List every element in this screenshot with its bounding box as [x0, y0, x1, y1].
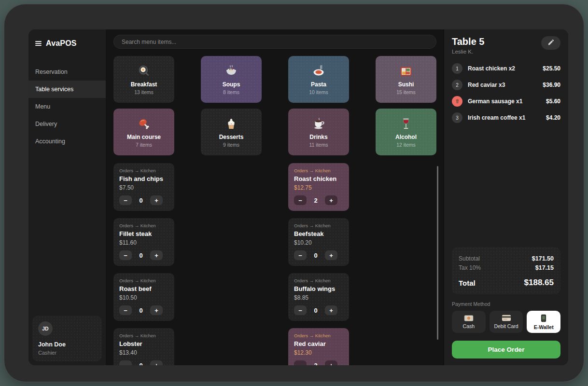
payment-methods: Cash Debit Card E-Wallet — [452, 311, 560, 333]
user-role: Cashier — [38, 350, 96, 356]
order-index-badge: 3 — [452, 112, 462, 123]
order-row: 1 Roast chicken x2 $25.50 — [452, 63, 560, 74]
category-name: Soups — [223, 81, 240, 88]
table-title: Table 5 — [452, 36, 484, 47]
order-index-badge: 1 — [452, 63, 462, 74]
item-name: Roast beef — [119, 285, 168, 292]
menu-item-lobster[interactable]: Orders → Kitchen Lobster $13.40 − 0 + — [113, 328, 174, 365]
subtotal-row: Subtotal $171.50 — [459, 255, 554, 262]
search-input[interactable] — [113, 35, 436, 49]
spaghetti-icon — [311, 64, 326, 79]
category-count: 13 items — [134, 89, 154, 95]
item-price: $10.50 — [119, 294, 168, 301]
tax-label: Tax 10% — [459, 264, 481, 271]
decrease-button[interactable]: − — [294, 305, 307, 315]
increase-button[interactable]: + — [150, 305, 163, 315]
increase-button[interactable]: + — [150, 250, 163, 260]
item-price: $10.20 — [294, 239, 343, 246]
wine-glass-icon — [399, 117, 413, 131]
avatar: JD — [38, 321, 53, 336]
total-label: Total — [459, 279, 476, 287]
decrease-button[interactable]: − — [294, 360, 307, 365]
item-price: $12.75 — [294, 184, 343, 191]
sidebar-item-menu[interactable]: Menu — [28, 98, 106, 115]
item-name: Red caviar — [294, 340, 343, 347]
order-item-price: $25.50 — [543, 65, 560, 72]
main-content: Breakfast 13 items Soups 8 items Pasta 1… — [106, 29, 443, 365]
sidebar-item-reservation[interactable]: Reservation — [28, 63, 106, 81]
item-name: Lobster — [119, 340, 168, 347]
quantity-value: 0 — [314, 307, 317, 314]
quantity-stepper: − 0 + — [119, 305, 163, 315]
item-price: $7.50 — [119, 184, 168, 191]
quantity-value: 0 — [139, 197, 142, 204]
e-wallet-icon — [541, 314, 546, 322]
item-name: Fish and chips — [119, 175, 168, 182]
order-panel: Table 5 Leslie K. 1 Roast chicken x2 $25… — [443, 29, 568, 365]
place-order-button[interactable]: Place Order — [452, 341, 560, 358]
decrease-button[interactable]: − — [119, 250, 132, 260]
category-card-drinks[interactable]: Drinks 11 items — [288, 109, 349, 155]
menu-item-roast-beef[interactable]: Orders → Kitchen Roast beef $10.50 − 0 + — [113, 273, 174, 321]
hamburger-menu-icon[interactable] — [35, 41, 42, 46]
category-card-desserts[interactable]: Desserts 9 items — [201, 109, 262, 155]
category-count: 8 items — [223, 89, 239, 95]
item-name: Beefsteak — [294, 230, 343, 237]
decrease-button[interactable]: − — [294, 250, 307, 260]
soup-bowl-icon — [224, 64, 238, 79]
category-card-sushi[interactable]: Sushi 15 items — [376, 56, 436, 103]
increase-button[interactable]: + — [325, 360, 337, 365]
pencil-icon — [547, 39, 555, 47]
category-count: 11 items — [309, 142, 328, 148]
menu-item-fillet-steak[interactable]: Orders → Kitchen Fillet steak $11.60 − 0… — [113, 218, 174, 266]
payment-e-wallet-button[interactable]: E-Wallet — [527, 311, 560, 333]
sidebar-item-accounting[interactable]: Accounting — [28, 133, 106, 150]
scrollbar[interactable] — [437, 166, 438, 340]
decrease-button[interactable]: − — [119, 305, 132, 315]
category-card-breakfast[interactable]: Breakfast 13 items — [113, 56, 174, 103]
delete-item-button[interactable] — [452, 96, 462, 107]
category-name: Pasta — [311, 81, 326, 88]
route-label: Orders → Kitchen — [294, 168, 343, 173]
quantity-stepper: − 0 + — [294, 305, 337, 315]
category-name: Alcohol — [395, 134, 417, 140]
category-card-pasta[interactable]: Pasta 10 items — [288, 56, 349, 103]
payment-debit-card-button[interactable]: Debit Card — [490, 311, 523, 333]
payment-cash-button[interactable]: Cash — [452, 311, 486, 333]
menu-item-red-caviar[interactable]: Orders → Kitchen Red caviar $12.30 − 3 + — [288, 328, 349, 365]
decrease-button[interactable]: − — [294, 195, 307, 205]
increase-button[interactable]: + — [325, 195, 337, 205]
category-count: 9 items — [223, 142, 239, 148]
menu-item-roast-chicken[interactable]: Orders → Kitchen Roast chicken $12.75 − … — [288, 163, 349, 211]
order-item-price: $4.20 — [546, 114, 560, 121]
increase-button[interactable]: + — [325, 250, 337, 260]
route-label: Orders → Kitchen — [119, 223, 168, 228]
category-count: 15 items — [396, 89, 416, 95]
fried-egg-pan-icon — [137, 64, 151, 79]
server-name: Leslie K. — [452, 49, 484, 55]
increase-button[interactable]: + — [150, 360, 163, 365]
item-price: $12.30 — [294, 349, 343, 356]
menu-item-fish-and-chips[interactable]: Orders → Kitchen Fish and chips $7.50 − … — [113, 163, 174, 211]
quantity-stepper: − 2 + — [294, 195, 337, 205]
quantity-stepper: − 0 + — [119, 195, 163, 205]
menu-item-buffalo-wings[interactable]: Orders → Kitchen Buffalo wings $8.85 − 0… — [288, 273, 349, 321]
decrease-button[interactable]: − — [119, 360, 132, 365]
edit-order-button[interactable] — [541, 36, 560, 50]
increase-button[interactable]: + — [325, 305, 337, 315]
item-price: $8.85 — [294, 294, 343, 301]
sidebar-item-table-services[interactable]: Table services — [28, 81, 106, 98]
order-item-label: Roast chicken x2 — [468, 65, 537, 72]
category-card-soups[interactable]: Soups 8 items — [201, 56, 262, 103]
quantity-stepper: − 3 + — [294, 360, 337, 365]
order-item-label: Irish cream coffee x1 — [468, 114, 541, 121]
increase-button[interactable]: + — [150, 195, 163, 205]
category-card-main-course[interactable]: Main course 7 items — [113, 109, 174, 155]
menu-item-beefsteak[interactable]: Orders → Kitchen Beefsteak $10.20 − 0 + — [288, 218, 349, 266]
user-card[interactable]: JD John Doe Cashier — [32, 316, 102, 361]
sidebar: AvaPOS Reservation Table services Menu D… — [28, 29, 106, 365]
item-price: $13.40 — [119, 349, 168, 356]
sidebar-item-delivery[interactable]: Delivery — [28, 115, 106, 133]
category-card-alcohol[interactable]: Alcohol 12 items — [376, 109, 436, 155]
decrease-button[interactable]: − — [119, 195, 132, 205]
